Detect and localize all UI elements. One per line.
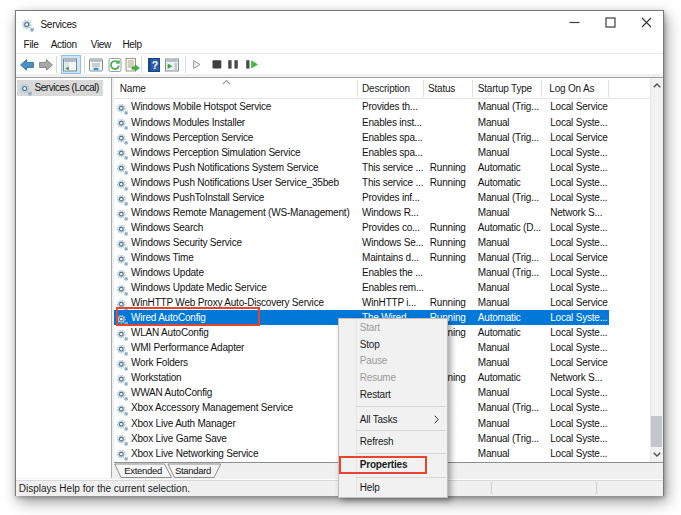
svg-text:?: ?	[152, 58, 158, 70]
